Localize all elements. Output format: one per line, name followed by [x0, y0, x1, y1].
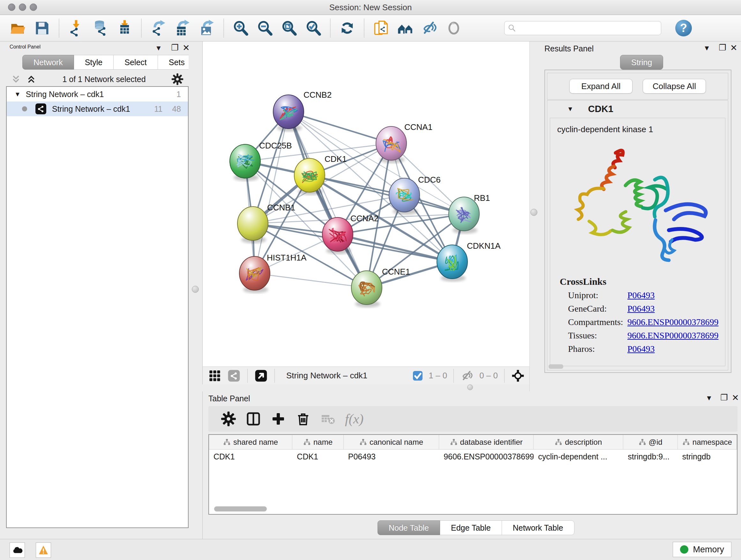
collapse-all-button[interactable]: Collapse All — [643, 79, 706, 94]
network-canvas[interactable]: CCNB2CCNA1CDC25BCDK1CDC6RB1CCNB1CCNA2CDK… — [202, 42, 529, 367]
right-splitter[interactable] — [529, 42, 537, 391]
gene-section-header[interactable]: ▼ CDK1 — [547, 101, 728, 117]
birds-eye-view-icon[interactable] — [254, 369, 268, 383]
column-header-canonical-name[interactable]: canonical name — [344, 435, 439, 449]
delete-column-icon[interactable] — [294, 410, 312, 428]
refresh-icon[interactable] — [338, 19, 356, 37]
cloud-status-button[interactable] — [10, 543, 25, 558]
toggle-view-icon[interactable] — [445, 19, 463, 37]
expand-all-button[interactable]: Expand All — [569, 79, 632, 94]
export-table-icon[interactable] — [174, 19, 192, 37]
column-header-@id[interactable]: @id — [623, 435, 677, 449]
zoom-selected-icon[interactable] — [305, 19, 322, 37]
show-columns-icon[interactable] — [245, 410, 262, 428]
zoom-in-icon[interactable] — [232, 19, 250, 37]
node-table[interactable]: shared namenamecanonical namedatabase id… — [208, 434, 738, 515]
results-panel-float-icon[interactable]: ▼ — [703, 44, 711, 52]
import-network-icon[interactable] — [67, 19, 85, 37]
network-node-CDC6[interactable] — [389, 178, 420, 212]
table-cell[interactable]: stringdb — [678, 449, 737, 463]
network-node-CCNB2[interactable] — [273, 95, 304, 129]
network-share-icon[interactable] — [227, 369, 241, 383]
search-input[interactable] — [519, 23, 658, 33]
left-splitter-handle[interactable] — [192, 286, 199, 293]
table-panel-maximize-icon[interactable]: ❐ — [720, 393, 728, 402]
import-network-from-database-icon[interactable] — [91, 19, 109, 37]
export-network-icon[interactable] — [149, 19, 167, 37]
table-cell[interactable]: CDK1 — [209, 449, 292, 463]
network-collection-row[interactable]: ▼ String Network – cdk1 1 — [7, 87, 188, 102]
crosslink-link[interactable]: P06493 — [627, 304, 655, 314]
table-cell[interactable]: stringdb:9... — [623, 449, 677, 463]
table-cell[interactable]: CDK1 — [292, 449, 343, 463]
save-session-icon[interactable] — [33, 19, 51, 37]
column-header-namespace[interactable]: namespace — [678, 435, 737, 449]
memory-button[interactable]: Memory — [673, 542, 731, 557]
search-field[interactable] — [504, 21, 661, 35]
network-node-CCNE1[interactable] — [351, 271, 382, 305]
bottom-splitter-handle[interactable] — [467, 384, 473, 390]
right-splitter-handle[interactable] — [530, 209, 537, 216]
table-settings-gear-icon[interactable] — [219, 410, 238, 428]
add-column-icon[interactable] — [269, 410, 287, 428]
collection-expander-icon[interactable]: ▼ — [14, 91, 21, 98]
crosslink-link[interactable]: P06493 — [627, 290, 655, 300]
export-image-icon[interactable] — [198, 19, 216, 37]
table-row[interactable]: CDK1CDK1P064939606.ENSP00000378699cyclin… — [209, 449, 737, 463]
crosslink-link[interactable]: P06493 — [627, 344, 655, 354]
tab-network-table[interactable]: Network Table — [502, 520, 575, 535]
warnings-button[interactable] — [36, 543, 51, 558]
column-header-description[interactable]: description — [534, 435, 623, 449]
column-header-name[interactable]: name — [292, 435, 343, 449]
open-session-icon[interactable] — [9, 19, 27, 37]
left-splitter[interactable] — [189, 42, 202, 539]
table-cell[interactable]: 9606.ENSP00000378699 — [439, 449, 534, 463]
selected-checkbox-icon[interactable] — [412, 369, 423, 383]
table-panel-float-icon[interactable]: ▼ — [705, 394, 713, 402]
hidden-count: 0 – 0 — [479, 371, 498, 381]
control-panel-float-icon[interactable]: ▼ — [155, 44, 162, 52]
tab-node-table[interactable]: Node Table — [378, 520, 440, 535]
hidden-eye-icon[interactable] — [460, 369, 474, 383]
bottom-splitter[interactable] — [202, 384, 529, 391]
network-graph[interactable]: CCNB2CCNA1CDC25BCDK1CDC6RB1CCNB1CCNA2CDK… — [203, 42, 530, 367]
network-node-CCNB1[interactable] — [238, 206, 268, 240]
tab-style[interactable]: Style — [74, 55, 114, 70]
table-hscrollbar[interactable] — [214, 506, 267, 511]
gene-expander-icon[interactable]: ▼ — [567, 105, 574, 113]
results-panel-close-icon[interactable]: ✕ — [730, 43, 738, 53]
share-document-icon[interactable] — [372, 19, 390, 37]
network-edge[interactable] — [288, 112, 391, 143]
crosslink-link[interactable]: 9606.ENSP00000378699 — [627, 330, 718, 341]
network-edge[interactable] — [255, 273, 367, 288]
control-panel-maximize-icon[interactable]: ❐ — [171, 43, 179, 53]
network-edge[interactable] — [255, 112, 288, 273]
collapse-all-icon[interactable] — [10, 74, 21, 84]
import-table-icon[interactable] — [116, 19, 133, 37]
table-cell[interactable]: cyclin-dependent ... — [534, 449, 623, 463]
network-node-HIST1H1A[interactable] — [239, 256, 270, 290]
crosslink-link[interactable]: 9606.ENSP00000378699 — [627, 317, 718, 327]
zoom-out-icon[interactable] — [256, 19, 274, 37]
column-header-shared-name[interactable]: shared name — [209, 435, 292, 449]
home-pages-icon[interactable] — [396, 19, 414, 37]
grid-view-icon[interactable] — [208, 369, 222, 383]
function-builder-icon[interactable]: f(x) — [345, 411, 363, 427]
network-row[interactable]: String Network – cdk1 11 48 — [7, 102, 188, 116]
table-cell[interactable]: P06493 — [344, 449, 439, 463]
tab-network[interactable]: Network — [22, 55, 74, 70]
help-button[interactable]: ? — [675, 20, 692, 37]
results-hscrollbar[interactable] — [549, 364, 563, 369]
network-options-gear-icon[interactable] — [172, 73, 184, 85]
hide-unhide-icon[interactable] — [421, 19, 439, 37]
delete-table-icon[interactable] — [319, 410, 337, 428]
crosshair-icon[interactable] — [511, 369, 525, 383]
zoom-fit-icon[interactable] — [280, 19, 298, 37]
table-panel-close-icon[interactable]: ✕ — [732, 393, 739, 403]
tab-select[interactable]: Select — [114, 55, 158, 70]
tab-string[interactable]: String — [620, 55, 663, 70]
column-header-database-identifier[interactable]: database identifier — [439, 435, 534, 449]
expand-all-icon[interactable] — [26, 74, 37, 84]
results-panel-maximize-icon[interactable]: ❐ — [719, 43, 726, 53]
tab-edge-table[interactable]: Edge Table — [440, 520, 502, 535]
